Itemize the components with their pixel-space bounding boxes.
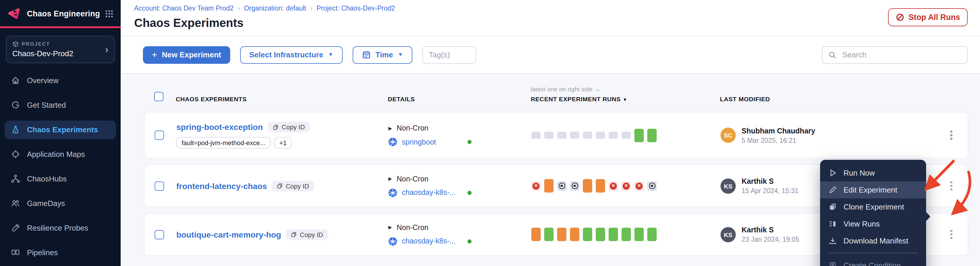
page-header: Account: Chaos Dev Team Prod2›Organizati… [121, 0, 980, 36]
breadcrumb-link[interactable]: Project: Chaos-Dev-Prod2 [317, 5, 395, 12]
row-menu-kebab-icon[interactable] [944, 128, 958, 142]
infra-status-dot [468, 239, 471, 243]
menu-item-label: Create Condition [843, 261, 900, 266]
sidebar-item-gamedays[interactable]: GameDays [5, 194, 116, 213]
menu-item-run-now[interactable]: Run Now [820, 165, 926, 181]
row-checkbox[interactable] [154, 130, 164, 140]
stop-all-runs-button[interactable]: Stop All Runs [888, 8, 968, 26]
breadcrumb-link[interactable]: Organization: default [244, 5, 306, 12]
time-label: Time [375, 50, 393, 59]
chevron-down-icon: ▼ [328, 52, 333, 57]
new-experiment-button[interactable]: + New Experiment [143, 46, 230, 63]
kubernetes-icon [388, 188, 397, 197]
column-header-experiments: CHAOS EXPERIMENTS [176, 95, 388, 103]
run-indicator-pending[interactable] [609, 132, 618, 139]
recent-runs: ✕✕✕✕ [531, 179, 721, 193]
menu-item-view-runs[interactable]: View Runs [820, 215, 926, 232]
sidebar-item-application-maps[interactable]: Application Maps [5, 145, 116, 163]
column-header-runs[interactable]: latest one on right side → RECENT EXPERI… [531, 86, 720, 103]
run-indicator-success[interactable] [609, 228, 618, 241]
row-checkbox[interactable] [154, 230, 164, 239]
run-indicator-aborted[interactable] [531, 228, 541, 241]
schedule-type: Non-Cron [396, 175, 428, 183]
run-indicator-aborted[interactable] [544, 179, 554, 193]
row-menu-kebab-icon[interactable] [944, 227, 958, 241]
time-dropdown[interactable]: Time ▼ [353, 46, 412, 63]
download-icon [828, 236, 837, 245]
run-indicator-failed[interactable]: ✕ [622, 181, 631, 190]
search-input[interactable] [841, 50, 961, 60]
sidebar-item-overview[interactable]: Overview [5, 71, 116, 90]
select-infrastructure-dropdown[interactable]: Select Infrastructure ▼ [240, 46, 343, 63]
run-indicator-success[interactable] [596, 228, 605, 241]
run-indicator-success[interactable] [647, 228, 657, 241]
row-menu-kebab-icon[interactable] [944, 179, 958, 193]
infrastructure-link[interactable]: chaosday-k8s-... [402, 237, 463, 245]
run-indicator-success[interactable] [544, 228, 554, 241]
run-indicator-failed[interactable]: ✕ [635, 181, 644, 190]
run-indicator-pending[interactable] [622, 132, 631, 139]
avatar: SC [721, 128, 736, 143]
copy-id-button[interactable]: Copy ID [286, 229, 328, 240]
run-indicator-success[interactable] [647, 128, 657, 142]
tag-chip[interactable]: +1 [274, 137, 292, 149]
run-indicator-stopped[interactable] [647, 181, 657, 190]
stop-all-runs-label: Stop All Runs [908, 13, 960, 22]
run-indicator-success[interactable] [635, 128, 644, 142]
run-indicator-pending[interactable] [544, 132, 554, 139]
infra-status-dot [468, 190, 471, 195]
sidebar-item-pipelines[interactable]: Pipelines [5, 243, 116, 262]
sidebar-item-resilience-probes[interactable]: Resilience Probes [5, 218, 116, 238]
run-indicator-aborted[interactable] [596, 179, 605, 193]
sidebar-item-label: Get Started [27, 101, 66, 109]
row-checkbox[interactable] [154, 181, 164, 190]
plus-icon: + [152, 50, 157, 59]
menu-item-download-manifest[interactable]: Download Manifest [820, 232, 926, 249]
kubernetes-icon [388, 237, 397, 245]
sidebar-item-label: GameDays [27, 199, 65, 208]
chevron-down-icon: ▼ [623, 97, 627, 103]
run-indicator-success[interactable] [583, 228, 592, 241]
run-indicator-pending[interactable] [583, 132, 592, 139]
run-indicator-failed[interactable]: ✕ [531, 181, 541, 190]
sidebar-item-chaos-experiments[interactable]: Chaos Experiments [5, 120, 116, 139]
infrastructure-link[interactable]: chaosday-k8s-... [402, 188, 463, 196]
sidebar-item-get-started[interactable]: Get Started [5, 96, 116, 114]
home-icon [11, 76, 21, 86]
select-all-checkbox[interactable] [154, 92, 164, 101]
run-indicator-stopped[interactable] [557, 181, 566, 190]
run-indicator-aborted[interactable] [570, 228, 579, 241]
run-indicator-pending[interactable] [557, 132, 566, 139]
tag-chip[interactable]: fault=pod-jvm-method-exce... [176, 137, 270, 149]
chevron-down-icon: ▼ [398, 52, 403, 57]
run-indicator-stopped[interactable] [570, 181, 579, 190]
experiment-row[interactable]: spring-boot-exceptionCopy IDfault=pod-jv… [144, 112, 968, 158]
app-title: Chaos Engineering [27, 9, 100, 18]
tags-input[interactable] [422, 46, 476, 63]
run-indicator-aborted[interactable] [557, 228, 566, 241]
run-indicator-aborted[interactable] [583, 179, 592, 193]
run-indicator-pending[interactable] [531, 132, 541, 139]
copy-id-button[interactable]: Copy ID [268, 122, 310, 132]
tag-row: fault=pod-jvm-method-exce...+1 [176, 137, 388, 149]
sidebar-item-chaoshubs[interactable]: ChaosHubs [5, 169, 116, 188]
experiment-name-link[interactable]: frontend-latency-chaos [176, 181, 267, 190]
experiment-name-link[interactable]: boutique-cart-memory-hog [176, 230, 281, 239]
calendar-icon [362, 50, 371, 59]
project-selector[interactable]: PROJECT Chaos-Dev-Prod2 › [6, 35, 115, 63]
flask-icon [11, 125, 21, 135]
run-indicator-pending[interactable] [596, 132, 605, 139]
sidebar-item-label: Pipelines [27, 248, 58, 257]
experiment-name-link[interactable]: spring-boot-exception [176, 122, 263, 132]
run-indicator-success[interactable] [635, 228, 644, 241]
run-indicator-failed[interactable]: ✕ [609, 181, 618, 190]
infrastructure-link[interactable]: springboot [402, 138, 463, 146]
run-indicator-success[interactable] [622, 228, 631, 241]
copy-id-button[interactable]: Copy ID [272, 180, 314, 191]
run-indicator-pending[interactable] [570, 132, 579, 139]
menu-item-edit-experiment[interactable]: Edit Experiment [820, 181, 926, 198]
module-grid-icon[interactable] [105, 9, 114, 18]
breadcrumb-link[interactable]: Account: Chaos Dev Team Prod2 [134, 5, 234, 12]
menu-item-clone-experiment[interactable]: Clone Experiment [820, 198, 926, 215]
network-icon [11, 174, 21, 184]
